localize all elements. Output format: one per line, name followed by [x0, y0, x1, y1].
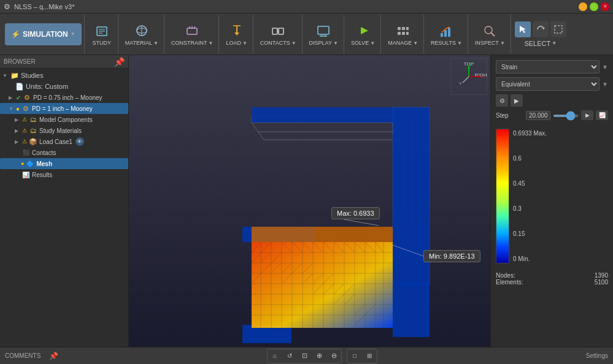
tree-model-components[interactable]: ▶ ⚠ 🗂 Model Components — [0, 114, 128, 125]
maximize-button[interactable]: □ — [590, 2, 598, 11]
settings-label[interactable]: Settings — [586, 352, 608, 359]
svg-marker-21 — [361, 27, 368, 34]
strain-select[interactable]: Strain — [496, 60, 600, 74]
display-button[interactable]: DISPLAY ▼ — [306, 21, 341, 47]
gear-button[interactable]: ⚙ — [496, 94, 508, 107]
nav-home-button[interactable]: ⌂ — [268, 350, 282, 362]
model-folder-icon: 🗂 — [28, 115, 38, 124]
select-cursor-button[interactable] — [515, 21, 531, 37]
warning3-icon: ⚠ — [22, 138, 27, 145]
inspect-arrow-icon: ▼ — [500, 40, 505, 46]
model-expand-icon: ▶ — [15, 117, 21, 123]
studies-expand-icon: ▼ — [2, 73, 9, 78]
comments-pin-icon[interactable]: 📌 — [49, 352, 58, 360]
window-title: NLSS – q...Mike v3* — [14, 3, 579, 10]
nav-rotate-button[interactable]: ↺ — [283, 350, 296, 362]
play-button[interactable]: ▶ — [511, 94, 523, 107]
tree-pd1[interactable]: ▼ ● ⚙ PD = 1 inch – Mooney — [0, 103, 128, 114]
material-icon — [133, 22, 150, 39]
contacts-button[interactable]: CONTACTS ▼ — [257, 21, 299, 47]
select-rotate-button[interactable] — [533, 21, 549, 37]
step-play-btn[interactable]: ▶ — [581, 110, 593, 120]
comments-label: COMMENTS — [5, 352, 40, 359]
manage-dropdown[interactable]: MANAGE ▼ — [388, 40, 418, 46]
simulation-group: ⚡ SIMULATION ▼ — [2, 15, 85, 54]
constraint-button[interactable]: CONSTRAINT ▼ — [168, 21, 216, 47]
svg-rect-25 — [398, 32, 401, 35]
manage-button[interactable]: MANAGE ▼ — [385, 21, 421, 47]
manage-icon — [395, 22, 412, 39]
browser-pin-icon[interactable]: 📌 — [114, 57, 125, 67]
study-icon — [93, 22, 110, 39]
svg-rect-22 — [398, 27, 401, 30]
material-dropdown[interactable]: MATERIAL ▼ — [125, 40, 158, 46]
step-slider[interactable] — [553, 115, 579, 117]
load-button[interactable]: LOAD ▼ — [223, 21, 250, 47]
tree-loadcase[interactable]: ▶ ⚠ 📦 Load Case1 👁 — [0, 136, 128, 147]
folder-icon: 📁 — [10, 71, 20, 80]
minimize-button[interactable]: – — [579, 2, 587, 11]
display-icon — [315, 22, 332, 39]
check-active-icon: ● — [16, 105, 20, 112]
solve-arrow-icon: ▼ — [370, 40, 375, 46]
simulation-button[interactable]: ⚡ SIMULATION ▼ — [5, 23, 82, 45]
manage-arrow-icon: ▼ — [413, 40, 418, 46]
nav-zoom-out-button[interactable]: ⊖ — [327, 350, 341, 362]
study-button[interactable]: STUDY — [88, 21, 115, 47]
select-box-button[interactable] — [550, 21, 566, 37]
doc-icon: 📄 — [15, 82, 25, 91]
study-group: STUDY — [86, 15, 118, 54]
nav-zoom-in-button[interactable]: ⊕ — [312, 350, 326, 362]
materials-folder-icon: 🗂 — [28, 126, 38, 135]
material-group: MATERIAL ▼ — [120, 15, 164, 54]
toolbar: ⚡ SIMULATION ▼ STUDY — [0, 13, 613, 55]
view-mode-2-button[interactable]: ⊞ — [363, 350, 376, 362]
inspect-button[interactable]: INSPECT ▼ — [472, 21, 508, 47]
step-chart-btn[interactable]: 📈 — [596, 110, 608, 120]
solve-group: SOLVE ▼ — [345, 15, 381, 54]
max-value-label: Max: 0.6933 — [331, 207, 380, 219]
sim-arrow-icon: ▼ — [71, 31, 75, 37]
pd075-expand-icon: ▶ — [9, 95, 15, 100]
select-dropdown[interactable]: SELECT ▼ — [515, 40, 566, 47]
contacts-dropdown[interactable]: CONTACTS ▼ — [260, 40, 296, 46]
svg-rect-17 — [318, 26, 329, 34]
solve-dropdown[interactable]: SOLVE ▼ — [351, 40, 375, 46]
view-mode-1-button[interactable]: □ — [348, 350, 361, 362]
results-button[interactable]: RESULTS ▼ — [428, 21, 465, 47]
viewport[interactable]: Max: 0.6933 Min: 9.892E-13 TOP RIGHT Z — [129, 55, 490, 347]
contacts-group: CONTACTS ▼ — [255, 15, 303, 54]
results-dropdown[interactable]: RESULTS ▼ — [431, 40, 462, 46]
tree-mesh[interactable]: ● 🔷 Mesh — [0, 158, 128, 169]
color-panel: Strain ▼ Equivalent ▼ ⚙ ▶ Step 20.000 ▶ … — [490, 55, 613, 347]
results-icon — [438, 22, 455, 39]
svg-rect-28 — [441, 33, 443, 37]
tree-studies[interactable]: ▼ 📁 Studies — [0, 70, 128, 81]
tree-study-materials[interactable]: ▶ ⚠ 🗂 Study Materials — [0, 125, 128, 136]
load-dropdown[interactable]: LOAD ▼ — [226, 40, 247, 46]
constraint-dropdown[interactable]: CONSTRAINT ▼ — [171, 40, 213, 46]
constraint-icon — [183, 22, 201, 39]
tree-contacts[interactable]: ⬛ Contacts — [0, 147, 128, 158]
step-row: Step 20.000 ▶ 📈 — [496, 110, 608, 120]
nav-zoom-fit-button[interactable]: ⊡ — [298, 350, 311, 362]
results-group: RESULTS ▼ — [425, 15, 468, 54]
material-button[interactable]: MATERIAL ▼ — [122, 21, 161, 47]
display-dropdown[interactable]: DISPLAY ▼ — [309, 40, 338, 46]
equivalent-select[interactable]: Equivalent — [496, 77, 600, 91]
close-button[interactable]: ✕ — [601, 2, 609, 11]
color-legend: 0.6933 Max. 0.6 0.45 0.3 0.15 0 Min. — [496, 129, 608, 264]
tree-units[interactable]: 📄 Units: Custom — [0, 81, 128, 92]
axis-indicator: TOP RIGHT Z X Y — [450, 58, 487, 95]
nav-buttons: ⌂ ↺ ⊡ ⊕ ⊖ — [267, 349, 342, 363]
check-green-icon: ✔ — [16, 94, 21, 101]
window-controls: – □ ✕ — [579, 2, 609, 11]
constraint-group: CONSTRAINT ▼ — [166, 15, 219, 54]
loadcase-toggle[interactable]: 👁 — [75, 137, 84, 146]
solve-button[interactable]: SOLVE ▼ — [348, 21, 378, 47]
load-group: LOAD ▼ — [220, 15, 253, 54]
inspect-dropdown[interactable]: INSPECT ▼ — [475, 40, 505, 46]
nodes-row: Nodes: 1390 — [496, 272, 608, 279]
tree-pd075[interactable]: ▶ ✔ ⚙ PD = 0.75 inch – Mooney — [0, 92, 128, 103]
tree-results[interactable]: 📊 Results — [0, 169, 128, 180]
